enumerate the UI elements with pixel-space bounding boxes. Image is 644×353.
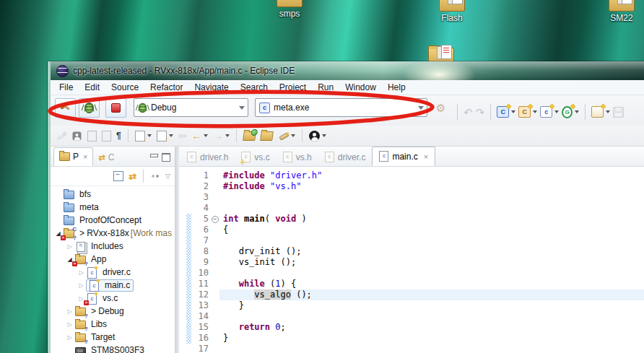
code-line-14[interactable]: 14 (179, 311, 644, 322)
last-edit-location-button[interactable] (135, 131, 152, 141)
code-line-12[interactable]: 12 vs_algo (); (179, 289, 644, 300)
previous-edit-location-button[interactable] (157, 131, 173, 141)
open-file-icon[interactable] (261, 131, 274, 141)
line-number: 1 (191, 170, 210, 181)
back-button[interactable]: ← (191, 131, 208, 141)
code-line-2[interactable]: 2#include "vs.h" (179, 181, 644, 192)
fold-column (210, 279, 219, 289)
code-line-9[interactable]: 9 vs_init (); (179, 257, 644, 268)
code-line-15[interactable]: 15 return 0; (179, 322, 644, 333)
editor-tab-driver-c[interactable]: cdriver.c (318, 148, 373, 166)
open-resource-icon[interactable] (243, 131, 257, 141)
launch-settings-button[interactable]: ⚙ (430, 98, 451, 118)
minimize-panel-icon[interactable] (149, 153, 157, 160)
new-c-project-button[interactable]: C (518, 106, 537, 118)
launch-config-combo[interactable]: Debug (134, 98, 248, 117)
code-line-17[interactable]: 17 (179, 344, 644, 353)
tree-collapsed-arrow-icon[interactable]: ▷ (65, 334, 74, 341)
save-button[interactable] (613, 107, 624, 118)
line-number: 2 (191, 181, 210, 192)
tree-item-vs.c[interactable]: ▷c×vs.c (51, 292, 175, 305)
redo-icon[interactable]: ↷ (476, 107, 485, 118)
code-line-4[interactable]: 4 (179, 203, 644, 214)
close-icon[interactable]: × (83, 152, 87, 161)
back-plain-icon[interactable]: ⇦ (178, 131, 187, 141)
forward-button[interactable]: → (213, 131, 230, 141)
tree-item-app[interactable]: ◢×?App (51, 253, 175, 266)
tab-c-view[interactable]: ⇄ C (93, 149, 119, 166)
tree-item-proofofconcept[interactable]: ProofOfConcept (51, 214, 175, 227)
mark-occurrences-icon[interactable] (73, 131, 82, 140)
code-line-5[interactable]: 5−int main( void ) (179, 214, 644, 225)
application-combo[interactable]: c meta.exe (255, 98, 427, 117)
editor-tab-vs-h[interactable]: cvs.h (277, 148, 318, 166)
tree-item-includes[interactable]: ▷hIncludes (51, 240, 175, 253)
code-line-13[interactable]: 13 } (179, 300, 644, 311)
close-icon[interactable]: × (424, 152, 428, 161)
chevron-down-icon (147, 134, 152, 137)
tree-item-stm8s003f3[interactable]: STM8S003F3 (51, 344, 175, 353)
tree-item-driver.c[interactable]: ▷cdriver.c (51, 266, 175, 279)
editor-tab-driver-h[interactable]: cdriver.h (180, 148, 235, 166)
show-selected-element-icon[interactable] (87, 131, 97, 141)
highlighter-button[interactable] (278, 131, 295, 141)
menu-item-edit[interactable]: Edit (79, 80, 105, 95)
code-editor[interactable]: 1#include "driver.h"2#include "vs.h"345−… (179, 167, 644, 353)
code-line-8[interactable]: 8 drv_init (); (179, 246, 644, 257)
code-line-7[interactable]: 7 (179, 235, 644, 246)
code-line-3[interactable]: 3 (179, 192, 644, 203)
terminate-button[interactable] (105, 98, 126, 118)
code-line-6[interactable]: 6{ (179, 225, 644, 235)
tree-collapsed-arrow-icon[interactable]: ▷ (65, 321, 74, 328)
menu-item-source[interactable]: Source (105, 80, 144, 95)
menu-item-window[interactable]: Window (339, 80, 382, 95)
desktop-icon-sm22[interactable]: SM22 (601, 0, 643, 23)
tree-item-meta[interactable]: meta (51, 201, 175, 214)
tab-project-explorer[interactable]: P × (53, 147, 93, 166)
tree-collapsed-arrow-icon[interactable]: ▷ (77, 269, 86, 276)
editor-tab-vs-c[interactable]: cvs.c (235, 148, 276, 166)
tree-item-bfs[interactable]: bfs (51, 188, 175, 201)
undo-icon[interactable]: ↶ (464, 107, 473, 118)
menu-item-refactor[interactable]: Refactor (144, 80, 188, 95)
tree-collapsed-arrow-icon[interactable]: ▷ (65, 243, 74, 250)
fold-minus-icon[interactable]: − (212, 216, 219, 223)
warning-badge-icon (240, 159, 245, 163)
link-with-editor-icon[interactable]: ⇄ (129, 172, 136, 181)
menu-item-search[interactable]: Search (235, 80, 274, 95)
maximize-panel-icon[interactable] (162, 153, 170, 162)
desktop-icon-smps[interactable]: smps (269, 0, 310, 19)
code-line-10[interactable]: 10 (179, 268, 644, 279)
tree-item--rvxx-818x[interactable]: ◢C×?> RVxx-818x [Work mas (51, 227, 175, 240)
menu-item-help[interactable]: Help (382, 80, 412, 95)
title-bar[interactable]: cpp-latest-released - RVxx-818x/App/main… (51, 61, 644, 80)
new-c-application-button[interactable]: C (497, 106, 515, 118)
editor-tab-main-c[interactable]: cmain.c× (372, 147, 435, 166)
code-line-11[interactable]: 11 while (1) { (179, 279, 644, 289)
menu-item-run[interactable]: Run (312, 80, 339, 95)
new-c-file-button[interactable]: c (540, 106, 559, 118)
menu-item-project[interactable]: Project (274, 80, 312, 95)
tree-collapsed-arrow-icon[interactable]: ▷ (65, 308, 74, 315)
debug-button[interactable] (79, 98, 100, 118)
build-button[interactable] (55, 98, 76, 118)
menu-item-file[interactable]: File (53, 80, 79, 95)
view-menu-chevron-icon[interactable]: ▽ (165, 173, 170, 180)
code-line-1[interactable]: 1#include "driver.h" (179, 170, 644, 181)
new-git-button[interactable] (562, 107, 579, 117)
tree-item-main.c[interactable]: ▷cmain.c (51, 279, 175, 292)
show-whitespace-pilcrow-icon[interactable]: ¶ (116, 131, 121, 140)
view-menu-dots-icon[interactable] (150, 173, 160, 179)
tree-item-target[interactable]: ▷?Target (51, 331, 175, 344)
menu-item-navigate[interactable]: Navigate (188, 80, 234, 95)
tree-item--debug[interactable]: ▷?> Debug (51, 305, 175, 318)
new-window-button[interactable] (591, 106, 610, 118)
code-line-16[interactable]: 16} (179, 333, 644, 344)
desktop-icon-flash[interactable]: Flash (431, 0, 473, 23)
format-brush-icon[interactable] (56, 131, 66, 140)
collapse-all-icon[interactable] (113, 171, 123, 181)
show-source-icon[interactable] (102, 131, 111, 141)
user-profile-button[interactable] (309, 131, 326, 141)
tree-collapsed-arrow-icon[interactable]: ▷ (77, 282, 86, 289)
tree-item-libs[interactable]: ▷?Libs (51, 318, 175, 331)
